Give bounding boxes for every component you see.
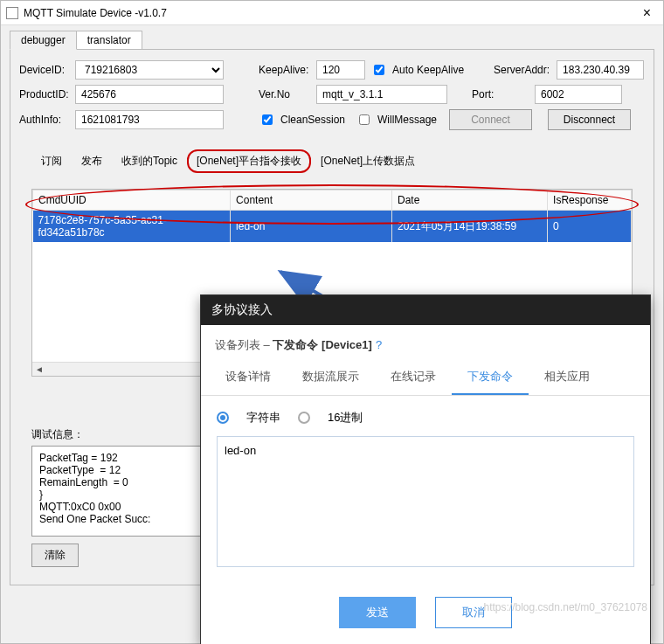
clean-session-checkbox[interactable] [262, 114, 273, 125]
cell-content: led-on [231, 211, 392, 243]
ver-label: Ver.No [259, 88, 311, 100]
tab-onenet-upload[interactable]: [OneNet]上传数据点 [311, 149, 425, 173]
ov-tab-detail[interactable]: 设备详情 [210, 360, 287, 395]
tab-debugger[interactable]: debugger [10, 31, 77, 50]
auth-info-label: AuthInfo: [19, 114, 70, 126]
ov-tab-send[interactable]: 下发命令 [452, 360, 529, 395]
auto-keepalive-checkbox[interactable] [374, 65, 384, 75]
clean-session-label: CleanSession [280, 114, 350, 126]
col-cmduuid[interactable]: CmdUUID [33, 190, 231, 211]
col-isresponse[interactable]: IsResponse [548, 190, 632, 211]
table-row[interactable]: 7178c2e8-757c-5a35-ac31-fd342a51b78c led… [33, 211, 632, 243]
app-icon [6, 7, 18, 19]
will-message-label: WillMessage [377, 114, 444, 126]
product-id-input[interactable] [75, 85, 224, 104]
dialog-title: 多协议接入 [201, 295, 650, 325]
app-window: MQTT Simulate Device -v1.0.7 × debugger … [0, 0, 664, 644]
server-input[interactable] [557, 60, 644, 80]
tab-onenet-cmd[interactable]: [OneNet]平台指令接收 [187, 149, 311, 173]
clear-button[interactable]: 清除 [31, 544, 79, 567]
radio-hex-label: 16进制 [328, 410, 363, 426]
col-date[interactable]: Date [391, 190, 547, 211]
ov-tab-app[interactable]: 相关应用 [529, 360, 605, 395]
ver-input[interactable] [316, 85, 447, 104]
will-message-checkbox[interactable] [359, 114, 370, 125]
window-title: MQTT Simulate Device -v1.0.7 [24, 7, 167, 19]
keepalive-input[interactable] [316, 60, 365, 80]
server-label: ServerAddr: [494, 64, 551, 76]
device-id-label: DeviceID: [19, 64, 70, 76]
breadcrumb: 设备列表 – 下发命令 [Device1]? [201, 325, 650, 360]
auth-info-input[interactable] [75, 110, 224, 129]
device-id-select[interactable]: 719216803 [75, 60, 224, 80]
connect-button[interactable]: Connect [449, 109, 532, 130]
help-icon[interactable]: ? [376, 338, 382, 351]
command-textarea[interactable]: led-on [217, 436, 634, 567]
port-label: Port: [472, 88, 529, 100]
radio-string-label: 字符串 [246, 410, 280, 426]
cell-date: 2021年05月14日19:38:59 [391, 211, 547, 243]
keepalive-label: KeepAlive: [259, 64, 311, 76]
tab-subscribe[interactable]: 订阅 [31, 149, 72, 173]
radio-hex[interactable] [298, 412, 310, 424]
send-button[interactable]: 发送 [339, 597, 416, 628]
cancel-button[interactable]: 取消 [435, 597, 512, 628]
cell-uuid: 7178c2e8-757c-5a35-ac31-fd342a51b78c [33, 211, 231, 243]
tab-publish[interactable]: 发布 [72, 149, 112, 173]
cell-resp: 0 [548, 211, 632, 243]
col-content[interactable]: Content [231, 190, 392, 211]
radio-string[interactable] [217, 412, 229, 424]
product-id-label: ProductID: [19, 88, 70, 100]
tab-received-topic[interactable]: 收到的Topic [112, 149, 187, 173]
titlebar: MQTT Simulate Device -v1.0.7 × [1, 1, 663, 25]
close-icon[interactable]: × [636, 5, 658, 21]
ov-tab-stream[interactable]: 数据流展示 [287, 360, 375, 395]
send-cmd-dialog: 多协议接入 设备列表 – 下发命令 [Device1]? 设备详情 数据流展示 … [200, 294, 651, 644]
auto-keepalive-label: Auto KeepAlive [392, 64, 464, 76]
tab-translator[interactable]: translator [76, 31, 142, 50]
port-input[interactable] [535, 85, 622, 104]
disconnect-button[interactable]: Disconnect [548, 109, 631, 130]
ov-tab-online[interactable]: 在线记录 [375, 360, 452, 395]
